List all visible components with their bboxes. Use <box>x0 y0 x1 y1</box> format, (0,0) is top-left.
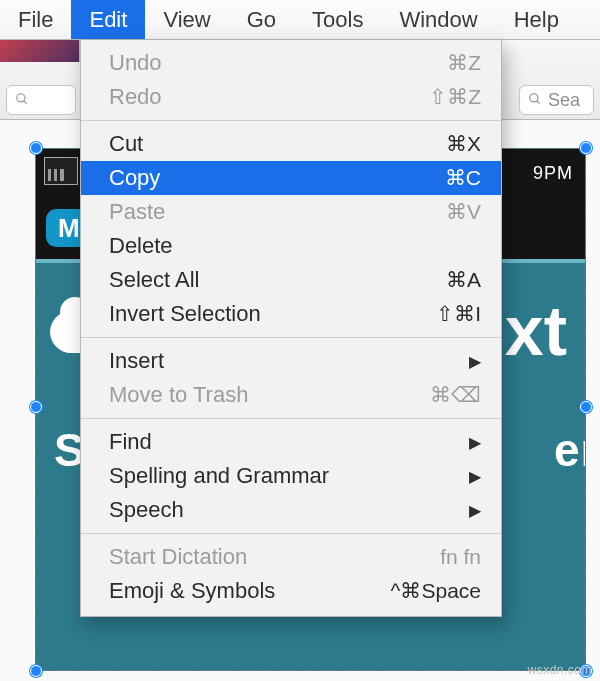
image-line2-right: er <box>554 423 586 477</box>
menu-item-speech[interactable]: Speech▶ <box>81 493 501 527</box>
edit-dropdown-menu: Undo⌘Z Redo⇧⌘Z Cut⌘X Copy⌘C Paste⌘V Dele… <box>80 40 502 617</box>
menu-separator <box>81 120 501 121</box>
menu-item-shortcut: ⌘C <box>445 166 481 190</box>
menu-item-paste[interactable]: Paste⌘V <box>81 195 501 229</box>
menu-item-label: Move to Trash <box>109 382 430 408</box>
search-icon <box>528 92 542 109</box>
search-left-input[interactable] <box>6 85 76 115</box>
menu-tools[interactable]: Tools <box>294 0 381 39</box>
menu-item-label: Copy <box>109 165 445 191</box>
menu-item-label: Start Dictation <box>109 544 440 570</box>
menu-item-shortcut: ⌘X <box>446 132 481 156</box>
menu-window-label: Window <box>399 7 477 33</box>
menu-help-label: Help <box>514 7 559 33</box>
menu-item-label: Paste <box>109 199 446 225</box>
menu-item-find[interactable]: Find▶ <box>81 425 501 459</box>
menu-item-label: Redo <box>109 84 429 110</box>
menu-view-label: View <box>163 7 210 33</box>
menu-item-label: Emoji & Symbols <box>109 578 391 604</box>
menu-help[interactable]: Help <box>496 0 577 39</box>
menu-item-invert-selection[interactable]: Invert Selection⇧⌘I <box>81 297 501 331</box>
menu-item-shortcut: fn fn <box>440 545 481 569</box>
svg-line-1 <box>24 100 27 103</box>
image-time-label: 9PM <box>533 163 573 184</box>
menu-go-label: Go <box>247 7 276 33</box>
menu-separator <box>81 533 501 534</box>
selection-handle-tr[interactable] <box>580 142 592 154</box>
menu-item-spelling-grammar[interactable]: Spelling and Grammar▶ <box>81 459 501 493</box>
menu-item-label: Speech <box>109 497 469 523</box>
menu-separator <box>81 418 501 419</box>
search-right-placeholder: Sea <box>548 90 580 111</box>
menu-item-redo[interactable]: Redo⇧⌘Z <box>81 80 501 114</box>
menu-item-label: Cut <box>109 131 446 157</box>
svg-line-3 <box>537 100 540 103</box>
menu-file-label: File <box>18 7 53 33</box>
menu-item-label: Select All <box>109 267 446 293</box>
menu-tools-label: Tools <box>312 7 363 33</box>
menu-item-select-all[interactable]: Select All⌘A <box>81 263 501 297</box>
menu-separator <box>81 337 501 338</box>
menu-item-shortcut: ⌘V <box>446 200 481 224</box>
menu-edit[interactable]: Edit <box>71 0 145 39</box>
menu-item-shortcut: ⇧⌘Z <box>429 85 481 109</box>
submenu-arrow-icon: ▶ <box>469 467 481 486</box>
menu-item-label: Spelling and Grammar <box>109 463 469 489</box>
submenu-arrow-icon: ▶ <box>469 501 481 520</box>
menu-item-shortcut: ⌘⌫ <box>430 383 481 407</box>
menu-item-label: Delete <box>109 233 481 259</box>
menu-item-label: Insert <box>109 348 469 374</box>
chart-icon <box>44 157 78 185</box>
menu-go[interactable]: Go <box>229 0 294 39</box>
thumbnail-strip <box>0 40 80 62</box>
menu-file[interactable]: File <box>0 0 71 39</box>
submenu-arrow-icon: ▶ <box>469 433 481 452</box>
menu-item-label: Find <box>109 429 469 455</box>
submenu-arrow-icon: ▶ <box>469 352 481 371</box>
menu-view[interactable]: View <box>145 0 228 39</box>
menu-edit-label: Edit <box>89 7 127 33</box>
menu-item-insert[interactable]: Insert▶ <box>81 344 501 378</box>
menu-item-move-to-trash[interactable]: Move to Trash⌘⌫ <box>81 378 501 412</box>
selection-handle-tl[interactable] <box>30 142 42 154</box>
menu-item-shortcut: ⌘Z <box>447 51 481 75</box>
menu-item-undo[interactable]: Undo⌘Z <box>81 46 501 80</box>
selection-handle-ml[interactable] <box>30 401 42 413</box>
watermark: wsxdn.com <box>527 663 592 677</box>
svg-point-0 <box>17 93 25 101</box>
menu-item-shortcut: ⇧⌘I <box>436 302 481 326</box>
menu-item-shortcut: ^⌘Space <box>391 579 481 603</box>
menubar: File Edit View Go Tools Window Help <box>0 0 600 40</box>
menu-item-delete[interactable]: Delete <box>81 229 501 263</box>
svg-point-2 <box>530 93 538 101</box>
menu-item-emoji-symbols[interactable]: Emoji & Symbols^⌘Space <box>81 574 501 608</box>
menu-window[interactable]: Window <box>381 0 495 39</box>
search-icon <box>15 92 29 109</box>
search-right-input[interactable]: Sea <box>519 85 594 115</box>
image-big-text: xt <box>505 291 567 371</box>
menu-item-shortcut: ⌘A <box>446 268 481 292</box>
menu-item-label: Invert Selection <box>109 301 436 327</box>
selection-handle-bl[interactable] <box>30 665 42 677</box>
menu-item-label: Undo <box>109 50 447 76</box>
menu-item-cut[interactable]: Cut⌘X <box>81 127 501 161</box>
bubble-letter: M <box>58 213 80 244</box>
menu-item-start-dictation[interactable]: Start Dictationfn fn <box>81 540 501 574</box>
menu-item-copy[interactable]: Copy⌘C <box>81 161 501 195</box>
selection-handle-mr[interactable] <box>580 401 592 413</box>
